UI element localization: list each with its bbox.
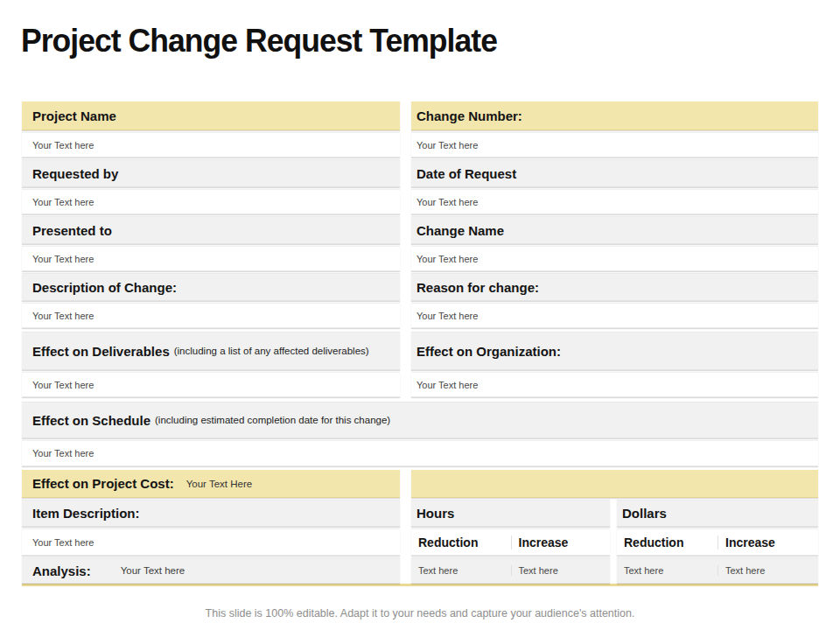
effect-on-schedule-label: Effect on Schedule	[32, 413, 150, 428]
placeholder-text: Your Text here	[416, 197, 478, 207]
table-row: Description of Change: Reason for change…	[22, 273, 818, 301]
column-gutter	[610, 500, 617, 527]
hours-subheader-group: Reduction Increase	[411, 528, 610, 556]
cell-change-name-value: Your Text here	[411, 246, 818, 271]
cell-presented-to-value: Your Text here	[22, 246, 400, 271]
placeholder-text: Your Text here	[416, 140, 478, 150]
cell-hours-reduction: Reduction	[411, 536, 511, 550]
table-row: Effect on Project Cost: Your Text Here	[22, 470, 818, 498]
cell-requested-by: Requested by	[22, 159, 400, 187]
placeholder-text: Your Text here	[32, 448, 94, 458]
column-gutter	[400, 273, 411, 301]
cell-analysis-dollars-reduction: Text here	[617, 565, 718, 576]
analysis-dollars-group: Text here Text here	[617, 557, 818, 584]
cell-effect-on-deliverables: Effect on Deliverables (including a list…	[22, 332, 400, 370]
reason-for-change-label: Reason for change:	[416, 280, 539, 295]
cell-item-value: Your Text here	[22, 528, 400, 556]
dollars-subheader-group: Reduction Increase	[617, 528, 818, 556]
column-gutter	[610, 528, 617, 556]
analysis-hours-group: Text here Text here	[411, 557, 610, 584]
cell-change-name: Change Name	[411, 216, 818, 244]
change-request-table: Project Name Change Number: Your Text he…	[22, 102, 818, 588]
cell-effect-on-organization: Effect on Organization:	[411, 332, 818, 370]
cell-analysis-dollars-increase: Text here	[718, 565, 818, 576]
placeholder-text: Text here	[519, 565, 558, 576]
effect-on-project-cost-label: Effect on Project Cost:	[32, 476, 174, 491]
change-name-label: Change Name	[416, 223, 504, 238]
deliverables-note: (including a list of any affected delive…	[174, 346, 369, 356]
cell-analysis: Analysis: Your Text here	[22, 557, 400, 584]
table-row: Analysis: Your Text here Text here Text …	[22, 557, 818, 586]
placeholder-text: Your Text here	[32, 537, 94, 548]
placeholder-text: Your Text Here	[186, 479, 252, 489]
effect-on-deliverables-label: Effect on Deliverables	[32, 344, 170, 359]
placeholder-text: Your Text here	[32, 380, 94, 390]
table-row: Your Text here Your Text here	[22, 246, 818, 271]
cell-effect-on-project-cost: Effect on Project Cost: Your Text Here	[22, 470, 400, 498]
cell-analysis-hours-increase: Text here	[511, 565, 611, 576]
schedule-note: (including estimated completion date for…	[155, 415, 390, 425]
cell-reason-for-change: Reason for change:	[411, 273, 818, 301]
cell-reason-value: Your Text here	[411, 303, 818, 328]
placeholder-text: Your Text here	[416, 380, 478, 390]
hours-increase-label: Increase	[519, 536, 569, 550]
cell-project-name: Project Name	[22, 102, 400, 130]
table-row: Presented to Change Name	[22, 216, 818, 244]
table-row: Your Text here Your Text here	[22, 303, 818, 328]
table-row: Item Description: Hours Dollars	[22, 500, 818, 527]
description-of-change-label: Description of Change:	[32, 280, 177, 295]
requested-by-label: Requested by	[32, 166, 118, 181]
analysis-label: Analysis:	[32, 564, 91, 578]
effect-on-organization-label: Effect on Organization:	[416, 344, 561, 359]
column-gutter	[400, 372, 411, 397]
cell-deliverables-value: Your Text here	[22, 372, 400, 397]
page-title: Project Change Request Template	[21, 23, 497, 60]
dollars-reduction-label: Reduction	[624, 536, 683, 550]
change-number-label: Change Number:	[416, 108, 522, 123]
slide-canvas: Project Change Request Template Project …	[0, 0, 840, 630]
column-gutter	[400, 102, 411, 130]
table-row: Your Text here Your Text here	[22, 189, 818, 214]
hours-label: Hours	[416, 506, 454, 521]
table-row: Project Name Change Number:	[22, 102, 818, 130]
column-gutter	[400, 528, 411, 556]
editable-note: This slide is 100% editable. Adapt it to…	[0, 607, 840, 620]
column-gutter	[400, 303, 411, 328]
placeholder-text: Text here	[725, 565, 765, 576]
table-row: Effect on Schedule (including estimated …	[22, 402, 818, 438]
table-row: Your Text here Your Text here	[22, 372, 818, 397]
item-description-label: Item Description:	[32, 506, 140, 521]
placeholder-text: Text here	[624, 565, 663, 576]
cell-change-number: Change Number:	[411, 102, 818, 130]
cell-description-of-change: Description of Change:	[22, 273, 400, 301]
hours-reduction-label: Reduction	[418, 536, 478, 550]
column-gutter	[610, 557, 617, 584]
cell-project-cost-blank	[411, 470, 818, 498]
cell-requested-by-value: Your Text here	[22, 189, 400, 214]
cell-project-name-value: Your Text here	[22, 132, 400, 158]
column-gutter	[400, 132, 411, 158]
cell-schedule-value: Your Text here	[22, 440, 818, 466]
cell-effect-on-schedule: Effect on Schedule (including estimated …	[22, 402, 818, 438]
cell-dollars-header: Dollars	[617, 500, 818, 527]
placeholder-text: Your Text here	[416, 254, 478, 264]
cell-dollars-reduction: Reduction	[617, 536, 718, 550]
cell-organization-value: Your Text here	[411, 372, 818, 397]
table-row: Your Text here	[22, 440, 818, 466]
placeholder-text: Your Text here	[416, 311, 478, 321]
table-row: Your Text here Reduction Increase Reduct…	[22, 528, 818, 556]
column-gutter	[400, 159, 411, 187]
cell-item-description: Item Description:	[22, 500, 400, 527]
dollars-increase-label: Increase	[725, 536, 775, 550]
dollars-label: Dollars	[622, 506, 667, 521]
table-row: Effect on Deliverables (including a list…	[22, 332, 818, 370]
cell-hours-header: Hours	[411, 500, 610, 527]
column-gutter	[400, 216, 411, 244]
cell-change-number-value: Your Text here	[411, 132, 818, 158]
table-row: Requested by Date of Request	[22, 159, 818, 187]
date-of-request-label: Date of Request	[416, 166, 516, 181]
column-gutter	[400, 500, 411, 527]
cell-date-of-request-value: Your Text here	[411, 189, 818, 214]
placeholder-text: Your Text here	[121, 565, 186, 576]
placeholder-text: Your Text here	[32, 197, 94, 207]
